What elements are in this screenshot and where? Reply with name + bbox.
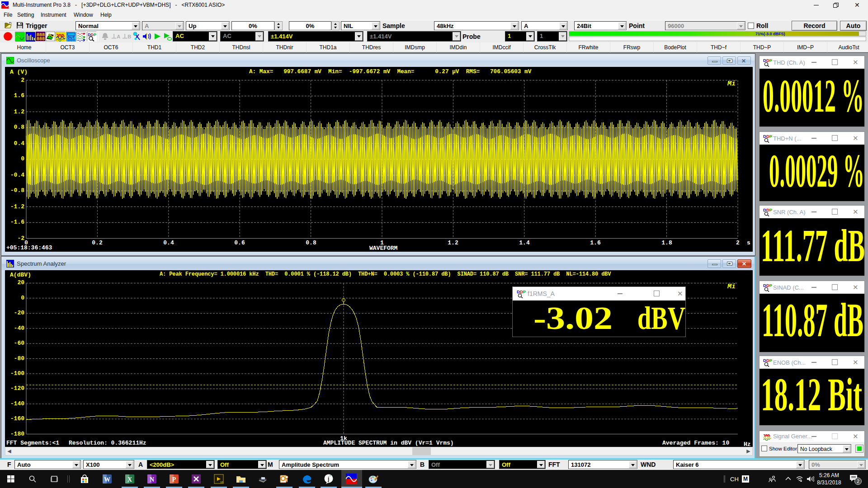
svg-text:-3.02: -3.02 <box>533 300 613 336</box>
svg-text:DDP: DDP <box>763 283 772 288</box>
svg-text:N: N <box>150 476 154 483</box>
svg-text:X: X <box>127 476 132 483</box>
svg-text:16: 16 <box>220 481 223 483</box>
svg-text:DDP: DDP <box>517 289 526 294</box>
svg-text:0.00029 %: 0.00029 % <box>769 145 864 197</box>
svg-text:DDP: DDP <box>763 207 772 212</box>
svg-text:110.87 dB: 110.87 dB <box>762 294 863 347</box>
svg-text:DDP: DDP <box>763 358 772 363</box>
svg-text:DDP: DDP <box>763 58 772 63</box>
svg-text:111.77 dB: 111.77 dB <box>761 220 864 271</box>
svg-text:j: j <box>327 476 329 482</box>
svg-text:888: 888 <box>37 37 45 41</box>
svg-text:P: P <box>172 476 176 483</box>
svg-text:DDP: DDP <box>763 134 772 139</box>
svg-text:W: W <box>104 476 110 483</box>
svg-text:18.12 Bit: 18.12 Bit <box>761 369 862 420</box>
svg-text:dBV: dBV <box>637 300 685 336</box>
svg-text:0.00012 %: 0.00012 % <box>763 70 864 122</box>
svg-text:DDP: DDP <box>88 33 96 37</box>
svg-text:DUT: DUT <box>67 35 75 39</box>
